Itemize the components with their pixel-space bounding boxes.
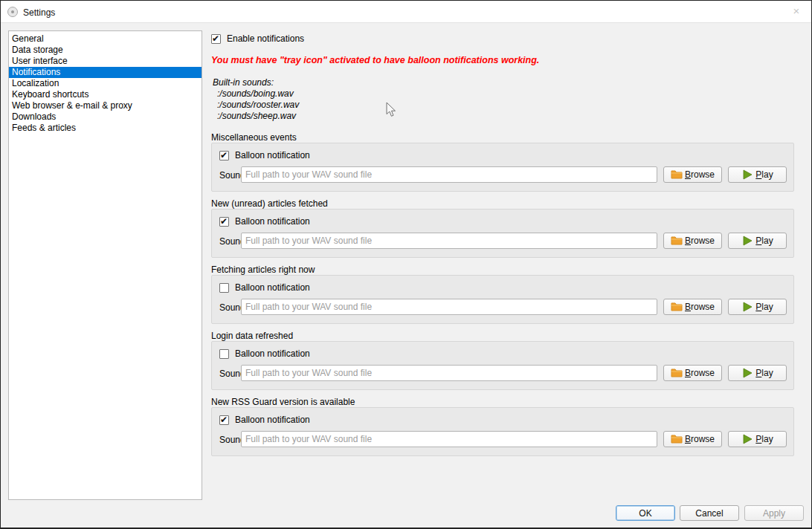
builtin-sound-file: :/sounds/sheep.wav [217, 111, 299, 122]
play-icon [741, 169, 753, 181]
builtin-sound-file: :/sounds/rooster.wav [217, 100, 299, 111]
folder-icon [671, 235, 683, 247]
play-icon [741, 433, 753, 445]
builtin-sounds-title: Built-in sounds: [213, 77, 299, 88]
notifications-pane: Enable notifications You must have "tray… [1, 23, 811, 529]
sound-path-input[interactable] [241, 365, 657, 381]
apply-button[interactable]: Apply [744, 505, 804, 521]
balloon-notification-checkbox[interactable] [219, 349, 229, 359]
folder-icon [671, 169, 683, 181]
window-title: Settings [23, 7, 55, 18]
play-icon [741, 301, 753, 313]
play-button[interactable]: Play [728, 299, 787, 315]
balloon-notification-label: Balloon notification [235, 150, 310, 160]
section-panel-misc-events: Balloon notification Sound Browse Play [211, 143, 794, 192]
play-icon [741, 235, 753, 247]
builtin-sound-file: :/sounds/boing.wav [217, 88, 299, 100]
balloon-notification-label: Balloon notification [235, 348, 310, 359]
close-icon[interactable]: × [790, 5, 802, 17]
sound-path-input[interactable] [241, 233, 657, 249]
section-panel-new-version: Balloon notification Sound Browse Play [211, 407, 794, 456]
browse-label: Browse [685, 302, 715, 312]
balloon-notification-row[interactable]: Balloon notification [219, 282, 310, 293]
balloon-notification-row[interactable]: Balloon notification [219, 216, 310, 227]
section-panel-fetching-now: Balloon notification Sound Browse Play [211, 275, 794, 324]
play-icon [741, 367, 753, 379]
browse-button[interactable]: Browse [663, 233, 722, 249]
balloon-notification-label: Balloon notification [235, 282, 310, 293]
balloon-notification-row[interactable]: Balloon notification [219, 415, 310, 425]
section-title-misc-events: Miscellaneous events [211, 132, 297, 143]
balloon-notification-checkbox[interactable] [219, 217, 229, 227]
browse-label: Browse [685, 236, 715, 246]
play-label: Play [755, 368, 773, 378]
browse-button[interactable]: Browse [663, 166, 722, 183]
folder-icon [671, 301, 683, 313]
folder-icon [671, 433, 683, 445]
play-label: Play [755, 434, 773, 444]
browse-button[interactable]: Browse [663, 431, 722, 447]
enable-notifications-row[interactable]: Enable notifications [211, 33, 304, 44]
sound-path-input[interactable] [241, 166, 657, 183]
section-panel-login-refreshed: Balloon notification Sound Browse Play [211, 341, 794, 390]
section-panel-new-articles: Balloon notification Sound Browse Play [211, 209, 794, 258]
browse-label: Browse [685, 368, 715, 378]
play-label: Play [755, 169, 773, 180]
builtin-sounds-block: Built-in sounds: :/sounds/boing.wav :/so… [213, 77, 299, 122]
balloon-notification-row[interactable]: Balloon notification [219, 348, 310, 359]
enable-notifications-label: Enable notifications [227, 33, 304, 44]
settings-gear-icon [7, 7, 18, 17]
balloon-notification-checkbox[interactable] [219, 415, 229, 425]
section-title-login-refreshed: Login data refreshed [211, 331, 293, 341]
section-title-new-articles: New (unread) articles fetched [211, 198, 328, 209]
play-label: Play [755, 302, 773, 312]
settings-dialog: Settings × General Data storage User int… [0, 0, 812, 529]
play-button[interactable]: Play [728, 431, 787, 447]
cancel-button[interactable]: Cancel [680, 505, 739, 521]
balloon-notification-label: Balloon notification [235, 216, 310, 227]
balloon-notification-row[interactable]: Balloon notification [219, 150, 310, 160]
browse-label: Browse [685, 169, 715, 180]
browse-button[interactable]: Browse [663, 299, 722, 315]
browse-label: Browse [685, 434, 715, 444]
title-bar[interactable]: Settings × [1, 1, 811, 23]
section-title-fetching-now: Fetching articles right now [211, 264, 315, 275]
play-button[interactable]: Play [728, 233, 787, 249]
sound-path-input[interactable] [241, 299, 657, 315]
play-button[interactable]: Play [728, 166, 787, 183]
browse-button[interactable]: Browse [663, 365, 722, 381]
balloon-notification-checkbox[interactable] [219, 283, 229, 293]
mouse-cursor [386, 102, 396, 117]
play-label: Play [755, 236, 773, 246]
section-title-new-version: New RSS Guard version is available [211, 397, 355, 407]
enable-notifications-checkbox[interactable] [211, 34, 221, 44]
tray-icon-warning: You must have "tray icon" activated to h… [211, 55, 539, 65]
sound-path-input[interactable] [241, 431, 657, 447]
balloon-notification-label: Balloon notification [235, 415, 310, 425]
folder-icon [671, 367, 683, 379]
ok-button[interactable]: OK [616, 505, 675, 521]
play-button[interactable]: Play [728, 365, 787, 381]
balloon-notification-checkbox[interactable] [219, 151, 229, 160]
